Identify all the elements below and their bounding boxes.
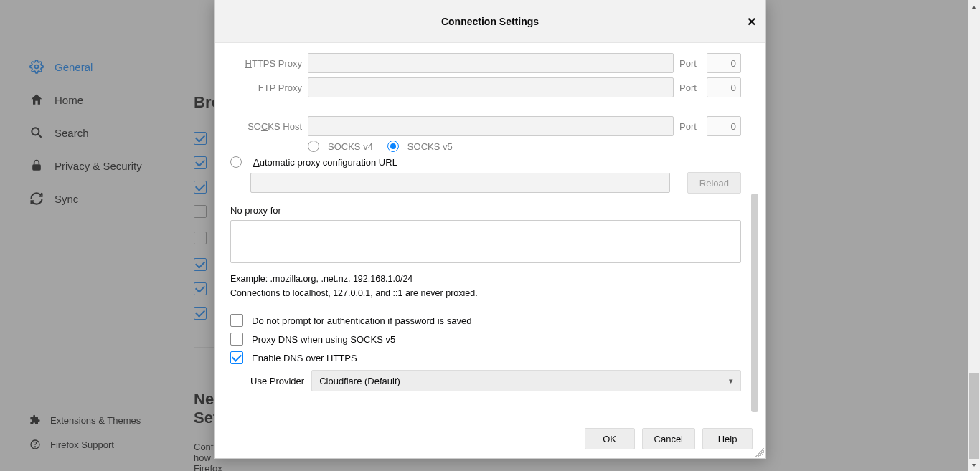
ftp-port-input[interactable]	[707, 77, 741, 97]
socks-version-row: SOCKS v4 SOCKS v5	[308, 141, 741, 152]
doh-checkbox[interactable]	[230, 351, 243, 364]
page-scrollbar-thumb[interactable]	[969, 373, 979, 459]
provider-row: Use Provider Cloudflare (Default) ▾	[250, 370, 741, 391]
help-button[interactable]: Help	[702, 428, 753, 449]
auto-config-url-row: Reload	[250, 172, 741, 194]
resize-grip[interactable]	[755, 448, 764, 457]
dialog-footer: OK Cancel Help	[215, 419, 765, 458]
socks-host-label: SOCKS Host	[230, 121, 302, 132]
ftp-proxy-input[interactable]	[308, 77, 674, 97]
no-proxy-textarea[interactable]	[230, 220, 741, 263]
port-label: Port	[679, 121, 701, 132]
socks-v4-label: SOCKS v4	[328, 141, 373, 152]
socks-v5-label: SOCKS v5	[407, 141, 453, 152]
reload-button[interactable]: Reload	[687, 172, 741, 194]
doh-checkbox-row: Enable DNS over HTTPS	[230, 351, 741, 364]
ok-button[interactable]: OK	[585, 428, 635, 449]
auth-checkbox-label: Do not prompt for authentication if pass…	[252, 315, 471, 326]
auto-config-row: Automatic proxy configuration URL	[230, 156, 741, 168]
no-proxy-example: Example: .mozilla.org, .net.nz, 192.168.…	[230, 274, 741, 284]
dialog-body: HTTPS Proxy Port FTP Proxy Port SOCKS Ho…	[215, 43, 765, 419]
auth-checkbox[interactable]	[230, 314, 243, 327]
close-button[interactable]: ✕	[743, 13, 760, 30]
dialog-title: Connection Settings	[441, 16, 539, 27]
doh-checkbox-label: Enable DNS over HTTPS	[252, 353, 357, 363]
socks-port-input[interactable]	[707, 116, 741, 136]
close-icon: ✕	[747, 15, 756, 29]
auto-config-label: Automatic proxy configuration URL	[253, 157, 397, 168]
https-port-input[interactable]	[707, 53, 741, 73]
scroll-up-icon[interactable]: ▴	[968, 0, 980, 12]
ftp-proxy-row: FTP Proxy Port	[230, 77, 741, 97]
auto-config-radio[interactable]	[230, 156, 242, 168]
port-label: Port	[679, 58, 701, 69]
port-label: Port	[679, 82, 701, 93]
socks-host-row: SOCKS Host Port	[230, 116, 741, 136]
ftp-proxy-label: FTP Proxy	[230, 82, 302, 93]
https-proxy-input[interactable]	[308, 53, 674, 73]
auto-config-url-input[interactable]	[250, 173, 670, 193]
dialog-scrollbar[interactable]	[750, 50, 760, 412]
https-proxy-label: HTTPS Proxy	[230, 58, 302, 69]
connection-settings-dialog: Connection Settings ✕ HTTPS Proxy Port F…	[214, 0, 766, 459]
scroll-down-icon[interactable]: ▾	[968, 459, 980, 471]
dialog-header: Connection Settings ✕	[215, 0, 765, 43]
auth-checkbox-row: Do not prompt for authentication if pass…	[230, 314, 741, 327]
socks-host-input[interactable]	[308, 116, 674, 136]
provider-value: Cloudflare (Default)	[319, 376, 400, 386]
chevron-down-icon: ▾	[729, 376, 733, 386]
proxy-dns-checkbox-label: Proxy DNS when using SOCKS v5	[252, 334, 395, 345]
proxy-dns-checkbox[interactable]	[230, 333, 243, 346]
provider-label: Use Provider	[250, 376, 304, 386]
cancel-button[interactable]: Cancel	[642, 428, 695, 449]
socks-v4-radio[interactable]	[308, 141, 319, 152]
https-proxy-row: HTTPS Proxy Port	[230, 53, 741, 73]
proxy-dns-checkbox-row: Proxy DNS when using SOCKS v5	[230, 333, 741, 346]
socks-v5-radio[interactable]	[387, 141, 399, 152]
never-proxied-note: Connections to localhost, 127.0.0.1, and…	[230, 288, 741, 298]
page-scrollbar[interactable]: ▴ ▾	[968, 0, 980, 471]
scrollbar-thumb[interactable]	[751, 194, 758, 412]
no-proxy-label: No proxy for	[230, 205, 741, 216]
provider-select[interactable]: Cloudflare (Default) ▾	[311, 370, 741, 391]
